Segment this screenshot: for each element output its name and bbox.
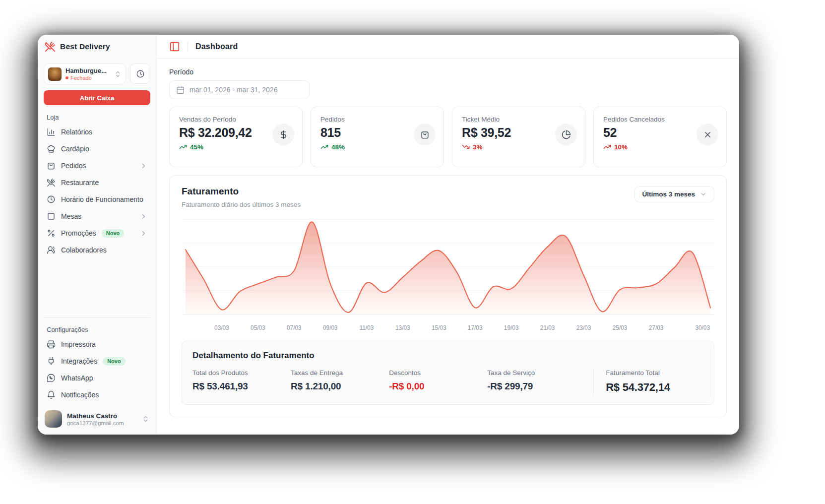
plug-icon xyxy=(47,357,56,366)
period-label: Período xyxy=(169,68,727,76)
app-window: Best Delivery Hamburgue... Fechado xyxy=(38,35,739,435)
sidebar-item-whatsapp[interactable]: WhatsApp xyxy=(44,370,150,386)
sidebar-item-label: Pedidos xyxy=(61,162,134,170)
svg-text:19/03: 19/03 xyxy=(504,324,519,331)
sidebar-item-label: WhatsApp xyxy=(61,374,147,382)
sidebar-item-notificacoes[interactable]: Notificações xyxy=(44,386,150,403)
divider xyxy=(188,42,188,52)
svg-text:30/03: 30/03 xyxy=(695,324,710,331)
svg-text:25/03: 25/03 xyxy=(613,324,628,331)
stat-card-pedidos: Pedidos 815 48% xyxy=(311,107,444,167)
detail-value: -R$ 0,00 xyxy=(389,381,487,392)
sidebar-item-label: Colaboradores xyxy=(61,246,147,254)
detail-item-total-produtos: Total dos Produtos R$ 53.461,93 xyxy=(192,369,291,394)
sidebar-item-restaurante[interactable]: Restaurante xyxy=(44,174,150,191)
detail-value: R$ 54.372,14 xyxy=(606,381,703,394)
chevron-right-icon xyxy=(140,162,147,170)
sidebar-item-colaboradores[interactable]: Colaboradores xyxy=(44,242,150,258)
svg-text:23/03: 23/03 xyxy=(576,324,591,331)
stat-icon-circle xyxy=(697,124,718,145)
main-area: Dashboard Período mar 01, 2026 - mar 31,… xyxy=(157,35,739,435)
store-meta: Hamburgue... Fechado xyxy=(65,67,110,81)
user-name: Matheus Castro xyxy=(67,412,137,420)
trending-up-icon xyxy=(320,143,328,151)
stat-label: Ticket Médio xyxy=(462,116,575,123)
detail-title: Detalhamento do Faturamento xyxy=(192,351,703,361)
user-meta: Matheus Castro goca1377@gmail.com xyxy=(67,412,137,426)
detail-label: Faturamento Total xyxy=(606,369,703,377)
chevron-right-icon xyxy=(140,213,147,220)
store-selector[interactable]: Hamburgue... Fechado xyxy=(44,63,126,84)
svg-text:17/03: 17/03 xyxy=(468,324,483,331)
stat-trend-value: 3% xyxy=(473,143,483,151)
brand: Best Delivery xyxy=(44,35,150,59)
detail-label: Taxa de Serviço xyxy=(487,369,593,377)
stat-label: Pedidos xyxy=(320,116,434,123)
sidebar-item-integracoes[interactable]: Integrações Novo xyxy=(44,353,150,370)
section-label-configuracoes: Configurações xyxy=(47,326,147,333)
clock-icon xyxy=(47,195,56,204)
calendar-icon xyxy=(176,86,185,94)
sidebar-item-label: Relatórios xyxy=(61,128,147,136)
sidebar-item-pedidos[interactable]: Pedidos xyxy=(44,157,150,174)
store-status: Fechado xyxy=(65,75,110,81)
svg-text:11/03: 11/03 xyxy=(359,324,374,331)
novo-badge: Novo xyxy=(103,357,126,366)
avatar xyxy=(45,410,62,428)
stat-trend: 45% xyxy=(179,143,293,151)
revenue-subtitle: Faturamento diário dos últimos 3 meses xyxy=(182,201,301,208)
store-logo xyxy=(48,67,62,81)
stat-icon-circle xyxy=(555,124,577,145)
sidebar-item-horario[interactable]: Horário de Funcionamento xyxy=(44,191,150,208)
stat-icon-circle xyxy=(414,124,436,145)
chevrons-up-down-icon xyxy=(114,70,122,78)
bar-chart-icon xyxy=(47,127,56,136)
detail-item-taxas-entrega: Taxas de Entrega R$ 1.210,00 xyxy=(291,369,389,394)
opening-hours-button[interactable] xyxy=(130,63,150,84)
stat-card-vendas: Vendas do Período R$ 32.209,42 45% xyxy=(169,107,303,167)
date-range-input[interactable]: mar 01, 2026 - mar 31, 2026 xyxy=(169,80,310,99)
sidebar-item-promocoes[interactable]: Promoções Novo xyxy=(44,225,150,242)
users-icon xyxy=(47,246,56,254)
stat-trend-value: 45% xyxy=(190,143,203,151)
x-icon xyxy=(703,130,712,139)
dashboard-content: Período mar 01, 2026 - mar 31, 2026 Vend… xyxy=(157,59,739,435)
sidebar-item-impressora[interactable]: Impressora xyxy=(44,336,150,353)
novo-badge: Novo xyxy=(102,229,125,238)
chevron-down-icon xyxy=(699,190,707,198)
svg-text:13/03: 13/03 xyxy=(395,324,410,331)
top-bar: Dashboard xyxy=(157,35,739,59)
sidebar-item-label: Horário de Funcionamento xyxy=(61,195,147,203)
sidebar-item-label: Mesas xyxy=(61,212,134,220)
svg-text:05/03: 05/03 xyxy=(251,324,265,331)
utensils-crossed-logo-icon xyxy=(45,41,56,52)
utensils-crossed-icon xyxy=(47,178,56,187)
sidebar-item-label: Notificações xyxy=(61,391,147,399)
stat-trend-value: 10% xyxy=(614,143,628,151)
svg-text:27/03: 27/03 xyxy=(649,324,664,331)
abrir-caixa-button[interactable]: Abrir Caixa xyxy=(44,90,150,105)
shopping-bag-icon xyxy=(47,161,56,170)
sidebar-item-cardapio[interactable]: Cardápio xyxy=(44,140,150,157)
range-selector-button[interactable]: Últimos 3 meses xyxy=(635,186,714,202)
pie-chart-icon xyxy=(562,130,571,139)
sidebar-divider xyxy=(44,317,150,317)
user-menu[interactable]: Matheus Castro goca1377@gmail.com xyxy=(44,409,150,429)
sidebar-toggle-icon[interactable] xyxy=(169,41,180,52)
revenue-titles: Faturamento Faturamento diário dos últim… xyxy=(182,186,301,208)
sidebar-spacer xyxy=(44,258,150,314)
range-selector-value: Últimos 3 meses xyxy=(642,190,695,198)
stat-cards: Vendas do Período R$ 32.209,42 45% xyxy=(169,107,727,167)
svg-text:07/03: 07/03 xyxy=(287,324,302,331)
revenue-title: Faturamento xyxy=(182,186,301,197)
sidebar-item-mesas[interactable]: Mesas xyxy=(44,208,150,225)
bell-icon xyxy=(47,390,56,399)
sidebar-item-relatorios[interactable]: Relatórios xyxy=(44,124,150,140)
chevron-right-icon xyxy=(140,230,147,237)
chef-hat-icon xyxy=(47,144,56,153)
revenue-area-chart: 03/0305/0307/0309/0311/0313/0315/0317/03… xyxy=(170,210,726,337)
detail-item-taxa-servico: Taxa de Serviço -R$ 299,79 xyxy=(487,369,593,394)
svg-text:03/03: 03/03 xyxy=(214,324,229,331)
stat-card-ticket-medio: Ticket Médio R$ 39,52 3% xyxy=(452,107,585,167)
sidebar-item-label: Restaurante xyxy=(61,179,147,187)
